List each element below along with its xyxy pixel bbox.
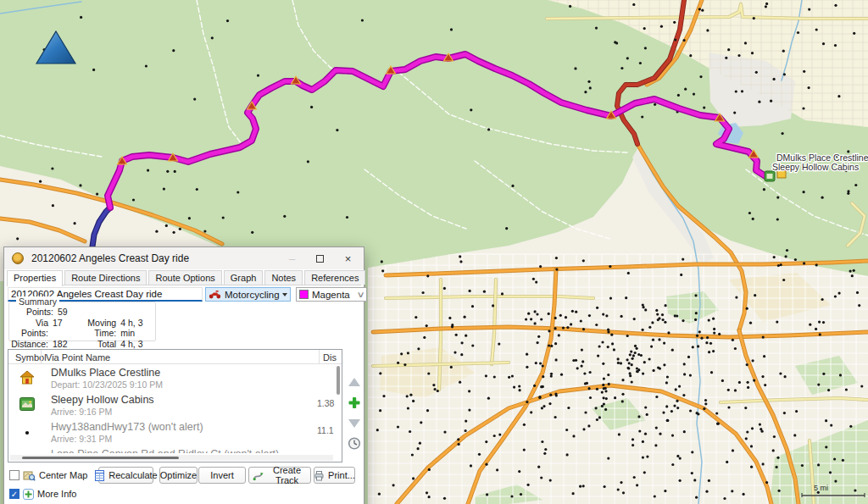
summary-legend: Summary <box>16 296 59 307</box>
application-window: DMulks Place CrestlineSleepy Hollow Cabi… <box>0 0 868 504</box>
calc-icon <box>94 470 105 481</box>
activity-value: Motorcycling <box>225 290 280 300</box>
house-icon <box>19 370 35 386</box>
close-button[interactable]: × <box>334 247 362 269</box>
color-swatch <box>299 290 309 299</box>
map-label: Sleepy Hollow Cabins <box>772 162 859 172</box>
via-point-time: Arrive: 9:31 PM <box>51 434 312 444</box>
add-point-button[interactable] <box>346 396 363 410</box>
via-point-name: Lone Pine Canyon Rd and Ridley Ct (won't… <box>51 448 312 453</box>
dropdown-caret-icon <box>282 293 287 296</box>
maximize-icon <box>316 255 324 263</box>
summary-groupbox: Summary Points:59Via Points:17Moving Tim… <box>8 302 156 341</box>
via-point-row[interactable]: Sleepy Hollow CabinsArrive: 9:16 PM1.38 <box>8 391 336 418</box>
via-point-name: Hwy138andHwy173 (won't alert) <box>51 421 312 433</box>
dialog-title: 20120602 Angeles Creast Day ride <box>31 252 189 264</box>
tab-route-directions[interactable]: Route Directions <box>64 270 147 285</box>
move-down-button[interactable] <box>346 416 363 430</box>
dialog-titlebar[interactable]: 20120602 Angeles Creast Day ride – × <box>4 247 364 269</box>
tab-references[interactable]: References <box>304 270 365 285</box>
header-symbol: Symbol <box>15 352 47 363</box>
invert-button[interactable]: Invert <box>198 467 246 484</box>
via-point-distance: 11.1 <box>317 425 336 435</box>
more-info-label: More Info <box>37 489 76 499</box>
more-info-checkbox[interactable]: ✓ <box>9 489 19 499</box>
vertical-scrollbar[interactable] <box>337 366 340 451</box>
route-properties-dialog: 20120602 Angeles Creast Day ride – × Pro… <box>3 246 364 504</box>
chevron-down-icon: ∨ <box>356 290 364 299</box>
via-point-row[interactable]: DMulks Place CrestlineDepart: 10/23/2025… <box>8 364 336 391</box>
tab-bar: PropertiesRoute DirectionsRoute OptionsG… <box>7 270 361 285</box>
summary-row: Points:59 <box>9 307 155 318</box>
tab-notes[interactable]: Notes <box>264 270 303 285</box>
list-controls <box>344 375 364 451</box>
via-point-row[interactable]: Lone Pine Canyon Rd and Ridley Ct (won't… <box>8 446 336 453</box>
via-point-time: Arrive: 9:16 PM <box>51 407 312 417</box>
via-point-time: Depart: 10/23/2025 9:10 PM <box>51 379 312 390</box>
center-map-icon <box>23 470 36 481</box>
more-info-control[interactable]: ✓ More Info <box>9 487 76 501</box>
schedule-button[interactable] <box>346 436 363 451</box>
cabin-map-icon <box>765 171 775 181</box>
motorcycle-icon <box>209 290 221 299</box>
track-icon <box>253 470 264 481</box>
scale-label: 5 mi <box>814 484 828 492</box>
print-icon <box>314 470 325 481</box>
create-track-button[interactable]: Create Track <box>248 467 311 484</box>
activity-dropdown[interactable]: Motorcycling <box>205 287 291 302</box>
more-info-icon <box>23 489 34 500</box>
color-value: Magenta <box>312 290 350 300</box>
via-point-distance: 1.38 <box>317 398 336 408</box>
recalculate-button[interactable]: Recalculate <box>98 467 153 484</box>
center-map-label: Center Map <box>39 470 87 480</box>
header-distance: Dis <box>323 352 337 363</box>
tab-properties[interactable]: Properties <box>7 270 63 286</box>
route-icon <box>12 252 24 264</box>
center-map-control[interactable]: Center Map <box>9 467 87 484</box>
table-header: Symbol Via Point Name Dis <box>8 350 342 364</box>
move-up-button[interactable] <box>346 375 363 390</box>
header-via-point-name: Via Point Name <box>46 352 110 363</box>
via-point-distance: 12.6 <box>317 452 336 453</box>
maximize-button[interactable] <box>306 247 334 269</box>
print-button[interactable]: Print... <box>314 467 355 484</box>
summary-row: Via Points:17Moving Time:4 h, 3 min <box>9 318 155 339</box>
route-color-dropdown[interactable]: Magenta ∨ <box>296 287 367 302</box>
optimize-button[interactable]: Optimize <box>159 467 198 484</box>
cabin-icon <box>19 397 35 413</box>
via-points-table: Symbol Via Point Name Dis DMulks Place C… <box>8 349 342 462</box>
via-point-name: DMulks Place Crestline <box>51 367 312 379</box>
horizontal-scrollbar[interactable] <box>10 455 333 461</box>
via-point-name: Sleepy Hollow Cabins <box>51 394 312 406</box>
center-map-checkbox[interactable] <box>9 470 19 480</box>
tab-route-options[interactable]: Route Options <box>148 270 221 285</box>
minimize-button[interactable]: – <box>278 247 306 269</box>
tab-graph[interactable]: Graph <box>224 270 264 285</box>
via-point-row[interactable]: Hwy138andHwy173 (won't alert)Arrive: 9:3… <box>8 418 336 446</box>
dot-icon <box>25 427 30 437</box>
